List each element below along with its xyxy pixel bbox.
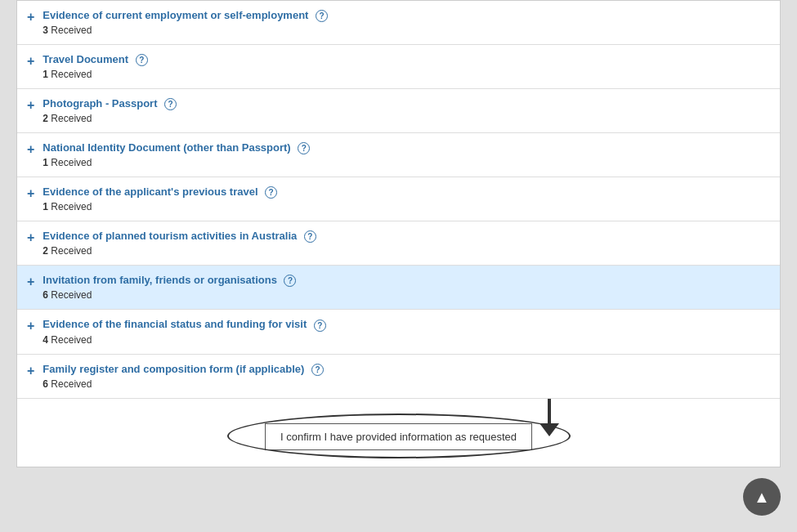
document-row-previous-travel: + Evidence of the applicant's previous t… <box>17 177 780 221</box>
document-row-family-register: + Family register and composition form (… <box>17 355 780 399</box>
help-icon-photograph-passport[interactable]: ? <box>164 98 177 110</box>
main-container: + Evidence of current employment or self… <box>16 0 781 467</box>
expand-icon-family-register[interactable]: + <box>27 364 34 378</box>
row-received-photograph-passport: 2 Received <box>43 113 770 124</box>
expand-icon-photograph-passport[interactable]: + <box>27 98 34 113</box>
row-content-employment: Evidence of current employment or self-e… <box>43 9 770 36</box>
expand-icon-financial-status[interactable]: + <box>27 319 34 333</box>
row-content-national-identity: National Identity Document (other than P… <box>43 141 770 168</box>
row-title-invitation: Invitation from family, friends or organ… <box>43 274 770 287</box>
row-received-previous-travel: 1 Received <box>43 201 770 212</box>
row-received-national-identity: 1 Received <box>43 157 770 168</box>
document-row-invitation: + Invitation from family, friends or org… <box>17 266 780 310</box>
document-row-planned-tourism: + Evidence of planned tourism activities… <box>17 221 780 266</box>
row-content-family-register: Family register and composition form (if… <box>43 363 770 390</box>
row-content-invitation: Invitation from family, friends or organ… <box>43 274 770 301</box>
received-count-photograph-passport: 2 <box>43 113 48 124</box>
document-row-national-identity: + National Identity Document (other than… <box>17 133 780 177</box>
row-content-travel-doc: Travel Document ? 1 Received <box>43 53 770 80</box>
received-count-family-register: 6 <box>43 378 48 390</box>
row-title-employment: Evidence of current employment or self-e… <box>43 9 770 22</box>
row-title-photograph-passport: Photograph - Passport ? <box>43 97 770 110</box>
row-received-family-register: 6 Received <box>43 378 770 390</box>
row-title-travel-doc: Travel Document ? <box>43 53 770 66</box>
received-count-travel-doc: 1 <box>43 69 48 80</box>
expand-icon-travel-doc[interactable]: + <box>27 54 34 69</box>
arrow-indicator <box>540 399 559 436</box>
received-count-planned-tourism: 2 <box>43 245 48 257</box>
expand-icon-invitation[interactable]: + <box>27 275 34 289</box>
row-title-previous-travel: Evidence of the applicant's previous tra… <box>43 186 770 199</box>
document-row-financial-status: + Evidence of the financial status and f… <box>17 310 780 354</box>
received-count-previous-travel: 1 <box>43 201 48 212</box>
document-row-travel-doc: + Travel Document ? 1 Received <box>17 45 780 89</box>
row-title-national-identity: National Identity Document (other than P… <box>43 141 770 154</box>
row-title-planned-tourism: Evidence of planned tourism activities i… <box>43 230 770 243</box>
document-row-photograph-passport: + Photograph - Passport ? 2 Received <box>17 89 780 133</box>
back-to-top-icon: ▲ <box>754 488 770 507</box>
confirm-button[interactable]: I confirm I have provided information as… <box>265 423 532 450</box>
help-icon-planned-tourism[interactable]: ? <box>304 230 316 243</box>
row-received-travel-doc: 1 Received <box>43 69 770 80</box>
row-title-financial-status: Evidence of the financial status and fun… <box>43 318 770 331</box>
expand-icon-planned-tourism[interactable]: + <box>27 230 34 245</box>
expand-icon-national-identity[interactable]: + <box>27 142 34 157</box>
expand-icon-previous-travel[interactable]: + <box>27 186 34 201</box>
row-received-invitation: 6 Received <box>43 289 770 301</box>
help-icon-previous-travel[interactable]: ? <box>265 186 277 199</box>
expand-icon-employment[interactable]: + <box>27 10 34 25</box>
row-received-financial-status: 4 Received <box>43 334 770 346</box>
help-icon-travel-doc[interactable]: ? <box>136 54 148 66</box>
received-count-national-identity: 1 <box>43 157 48 168</box>
row-content-previous-travel: Evidence of the applicant's previous tra… <box>43 186 770 212</box>
arrow-head <box>540 423 559 436</box>
row-received-employment: 3 Received <box>43 25 770 36</box>
back-to-top-button[interactable]: ▲ <box>743 478 781 516</box>
received-count-financial-status: 4 <box>43 334 48 346</box>
help-icon-family-register[interactable]: ? <box>311 364 324 376</box>
row-title-family-register: Family register and composition form (if… <box>43 363 770 376</box>
help-icon-invitation[interactable]: ? <box>284 275 296 287</box>
row-content-financial-status: Evidence of the financial status and fun… <box>43 318 770 345</box>
row-content-planned-tourism: Evidence of planned tourism activities i… <box>43 230 770 257</box>
received-count-employment: 3 <box>43 25 48 36</box>
help-icon-employment[interactable]: ? <box>316 10 328 22</box>
row-content-photograph-passport: Photograph - Passport ? 2 Received <box>43 97 770 124</box>
help-icon-national-identity[interactable]: ? <box>298 142 310 154</box>
confirm-section: I confirm I have provided information as… <box>17 399 780 467</box>
document-row-employment: + Evidence of current employment or self… <box>17 1 780 45</box>
arrow-shaft <box>548 399 551 423</box>
rows-container: + Evidence of current employment or self… <box>17 1 780 399</box>
row-received-planned-tourism: 2 Received <box>43 245 770 257</box>
received-count-invitation: 6 <box>43 289 48 301</box>
help-icon-financial-status[interactable]: ? <box>314 320 326 332</box>
